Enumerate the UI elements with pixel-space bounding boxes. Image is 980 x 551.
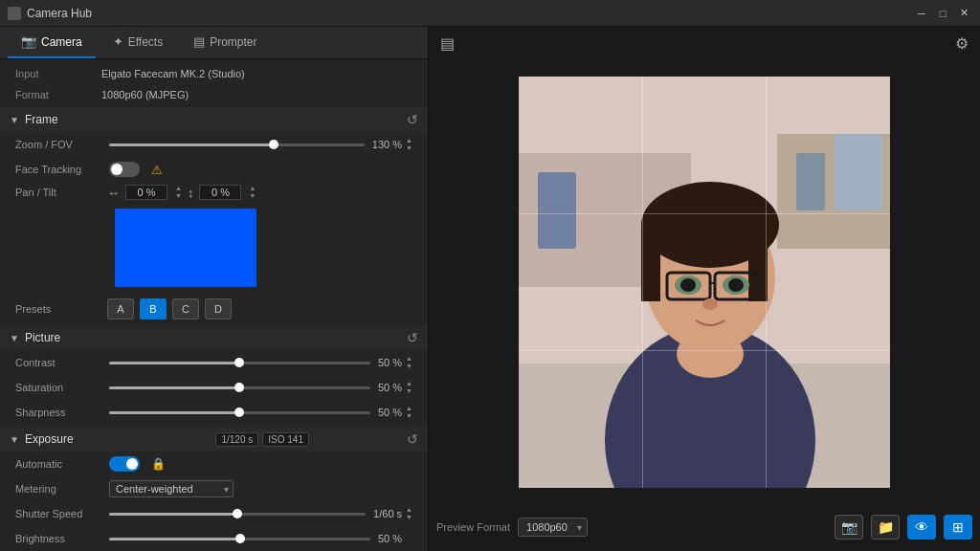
eye-icon: 👁 [915,519,928,535]
exposure-section-header[interactable]: ▼ Exposure 1/120 s ISO 141 ↺ [0,427,428,452]
pan-up-btn[interactable]: ▲ [175,185,182,192]
saturation-row: Saturation 50 % ▲ ▼ [0,375,428,400]
frame-section-header[interactable]: ▼ Frame ↺ [0,107,428,132]
maximize-button[interactable]: □ [934,5,951,22]
shutter-up-btn[interactable]: ▲ [406,506,412,514]
sharpness-stepper: ▲ ▼ [406,405,412,420]
face-tracking-row: Face Tracking ⚠ [0,157,428,182]
close-button[interactable]: ✕ [955,5,972,22]
shutter-speed-label: Shutter Speed [15,508,101,519]
saturation-slider[interactable] [109,386,370,389]
input-row: Input Elgato Facecam MK.2 (Studio) [0,63,428,84]
preset-b-button[interactable]: B [140,298,167,320]
tilt-up-btn[interactable]: ▲ [249,185,256,192]
face-tracking-toggle[interactable] [109,162,140,177]
frame-reset-icon[interactable]: ↺ [407,112,418,127]
eye-button[interactable]: 👁 [907,515,936,540]
preview-format-label: Preview Format [436,521,510,533]
brightness-label: Brightness [15,533,101,544]
brightness-slider-wrapper [109,538,370,540]
capture-button[interactable]: 📷 [835,515,863,540]
camera-tab-label: Camera [41,35,82,49]
right-panel: ▤ ⚙ [429,27,980,551]
window-controls: ─ □ ✕ [913,5,972,22]
sharpness-label: Sharpness [15,407,101,418]
tab-camera[interactable]: 📷 Camera [8,27,96,58]
preset-d-button[interactable]: D [205,298,232,320]
tab-effects[interactable]: ✦ Effects [100,27,176,58]
panel-toggle-icon[interactable]: ▤ [440,34,455,53]
shutter-down-btn[interactable]: ▼ [406,514,412,521]
face-tracking-label: Face Tracking [15,164,101,175]
contrast-slider[interactable] [109,362,370,364]
pan-input[interactable] [125,185,167,200]
saturation-down-btn[interactable]: ▼ [406,387,412,395]
automatic-toggle[interactable] [109,456,140,472]
brightness-slider[interactable] [109,538,370,540]
zoom-up-btn[interactable]: ▲ [406,137,412,144]
preview-top-bar: ▤ ⚙ [436,34,972,53]
effects-tab-label: Effects [128,35,163,49]
frame-preview-wrapper [0,203,428,295]
tilt-input[interactable] [199,185,241,200]
lock-icon: 🔒 [151,457,166,471]
shutter-speed-badge: 1/120 s [215,432,258,447]
preview-format-select[interactable]: 1080p60 720p60 1080p30 [518,518,588,537]
contrast-slider-wrapper [109,362,370,364]
zoom-down-btn[interactable]: ▼ [406,144,412,152]
tab-bar: 📷 Camera ✦ Effects ▤ Prompter [0,27,428,59]
brightness-value: 50 % [378,533,412,544]
folder-button[interactable]: 📁 [871,515,900,540]
svg-rect-20 [835,134,882,210]
saturation-value: 50 % ▲ ▼ [378,380,412,395]
pan-down-btn[interactable]: ▼ [175,192,182,200]
metering-select-wrapper: Center-weighted Spot Matrix [109,480,234,497]
zoom-slider[interactable] [109,143,365,146]
settings-gear-icon[interactable]: ⚙ [955,34,969,53]
grid-button[interactable]: ⊞ [944,515,972,540]
camera-image [519,77,890,488]
automatic-row: Automatic 🔒 [0,452,428,476]
window-title: Camera Hub [27,7,907,20]
pan-tilt-row: Pan / Tilt ↔ ▲ ▼ ↕ ▲ ▼ [0,182,428,203]
frame-preview-box [115,209,256,287]
tab-prompter[interactable]: ▤ Prompter [180,27,270,58]
shutter-speed-slider-wrapper [109,513,366,516]
exposure-reset-icon[interactable]: ↺ [407,431,418,447]
shutter-speed-slider[interactable] [109,513,366,516]
preset-c-button[interactable]: C [172,298,199,320]
zoom-stepper: ▲ ▼ [406,137,412,152]
picture-arrow-icon: ▼ [10,333,19,343]
contrast-down-btn[interactable]: ▼ [406,363,412,370]
input-value: Elgato Facecam MK.2 (Studio) [101,68,245,79]
tilt-down-btn[interactable]: ▼ [249,192,256,200]
exposure-badges: 1/120 s ISO 141 [215,432,407,447]
sharpness-down-btn[interactable]: ▼ [406,412,412,420]
automatic-label: Automatic [15,458,101,470]
saturation-stepper: ▲ ▼ [406,380,412,395]
sharpness-up-btn[interactable]: ▲ [406,405,412,412]
saturation-up-btn[interactable]: ▲ [406,380,412,387]
metering-label: Metering [15,483,101,495]
zoom-row: Zoom / FOV 130 % ▲ ▼ [0,132,428,157]
picture-section-header[interactable]: ▼ Picture ↺ [0,325,428,350]
sharpness-slider[interactable] [109,411,370,414]
preset-a-button[interactable]: A [107,298,134,320]
svg-point-17 [702,298,718,310]
grid-icon: ⊞ [952,519,964,535]
pan-stepper: ▲ ▼ [175,185,182,200]
panel-content: Input Elgato Facecam MK.2 (Studio) Forma… [0,59,428,551]
picture-reset-icon[interactable]: ↺ [407,330,418,345]
prompter-tab-label: Prompter [210,35,256,49]
presets-row: Presets A B C D [0,295,428,323]
frame-section-title: Frame [25,113,407,126]
metering-select[interactable]: Center-weighted Spot Matrix [109,480,234,497]
contrast-up-btn[interactable]: ▲ [406,355,412,363]
svg-rect-21 [538,172,576,249]
exposure-arrow-icon: ▼ [10,434,19,445]
exposure-section-title: Exposure [25,432,216,446]
preview-format-wrapper: 1080p60 720p60 1080p30 [518,518,588,537]
minimize-button[interactable]: ─ [913,5,930,22]
contrast-stepper: ▲ ▼ [406,355,412,370]
face-tracking-warning-icon: ⚠ [151,163,163,177]
